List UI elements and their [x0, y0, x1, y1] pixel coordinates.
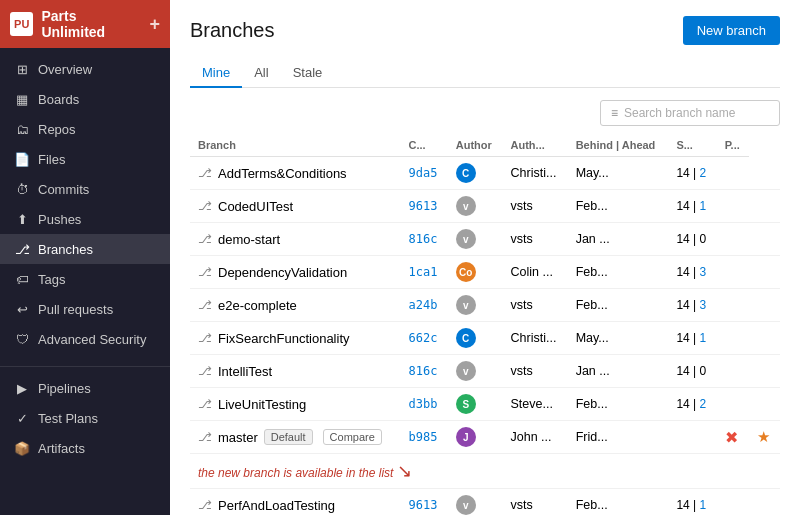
commit-link[interactable]: b985	[408, 430, 437, 444]
sidebar-item-commits[interactable]: ⏱ Commits	[0, 174, 170, 204]
author-cell: vsts	[503, 223, 568, 256]
main-content: Branches New branch MineAllStale ≡ Searc…	[170, 0, 800, 515]
branch-icon: ⎇	[198, 430, 212, 444]
sidebar-item-advanced-security[interactable]: 🛡 Advanced Security	[0, 324, 170, 354]
table-row: ⎇ AddTerms&Conditions 9da5CChristi...May…	[190, 157, 780, 190]
sidebar-item-boards[interactable]: ▦ Boards	[0, 84, 170, 114]
tab-mine[interactable]: Mine	[190, 59, 242, 88]
behind-ahead-text: 14 | 3	[676, 298, 706, 312]
author-avatar-cell: v	[448, 489, 503, 516]
ahead-link[interactable]: 3	[700, 265, 707, 279]
annotation-text: the new branch is available in the list	[198, 466, 393, 480]
branch-icon: ⎇	[198, 166, 212, 180]
date-cell: Feb...	[568, 388, 669, 421]
behind-ahead-text: 14 | 3	[676, 265, 706, 279]
behind-ahead-cell: 14 | 3	[668, 256, 716, 289]
author-avatar-cell: C	[448, 157, 503, 190]
advanced-security-icon: 🛡	[14, 331, 30, 347]
pr-cell	[749, 256, 780, 289]
ahead-link[interactable]: 1	[700, 331, 707, 345]
commit-link[interactable]: a24b	[408, 298, 437, 312]
commit-link[interactable]: 9613	[408, 498, 437, 512]
commit-link[interactable]: 9613	[408, 199, 437, 213]
sidebar-item-branches[interactable]: ⎇ Branches	[0, 234, 170, 264]
star-icon[interactable]: ★	[757, 428, 770, 445]
ahead-link[interactable]: 1	[700, 498, 707, 512]
sidebar-item-pull-requests[interactable]: ↩ Pull requests	[0, 294, 170, 324]
date-cell: Frid...	[568, 421, 669, 454]
author-avatar-cell: v	[448, 190, 503, 223]
sidebar-item-artifacts[interactable]: 📦 Artifacts	[0, 433, 170, 463]
compare-badge[interactable]: Compare	[323, 429, 382, 445]
behind-ahead-text: 14 | 1	[676, 331, 706, 345]
author-avatar-cell: v	[448, 289, 503, 322]
ahead-link[interactable]: 1	[700, 199, 707, 213]
date-cell: Jan ...	[568, 355, 669, 388]
branch-icon: ⎇	[198, 298, 212, 312]
behind-ahead-cell: 14 | 1	[668, 489, 716, 516]
sidebar-item-pushes[interactable]: ⬆ Pushes	[0, 204, 170, 234]
repos-icon: 🗂	[14, 121, 30, 137]
commit-cell: 816c	[400, 355, 447, 388]
boards-icon: ▦	[14, 91, 30, 107]
sidebar-item-pipelines[interactable]: ▶ Pipelines	[0, 373, 170, 403]
commit-link[interactable]: 1ca1	[408, 265, 437, 279]
tab-all[interactable]: All	[242, 59, 280, 88]
table-row: ⎇ master Default Compare b985JJohn ...Fr…	[190, 421, 780, 454]
branch-name-text: AddTerms&Conditions	[218, 166, 347, 181]
toolbar: ≡ Search branch name	[190, 100, 780, 126]
sidebar-item-files[interactable]: 📄 Files	[0, 144, 170, 174]
behind-ahead-cell	[668, 421, 716, 454]
ahead-link[interactable]: 2	[700, 166, 707, 180]
author-cell: vsts	[503, 489, 568, 516]
table-row: ⎇ FixSearchFunctionality 662cCChristi...…	[190, 322, 780, 355]
pr-cell	[749, 157, 780, 190]
behind-ahead-text: 14 | 2	[676, 397, 706, 411]
pushes-icon: ⬆	[14, 211, 30, 227]
pr-cell	[749, 289, 780, 322]
add-button[interactable]: +	[149, 14, 160, 35]
status-cell	[717, 190, 750, 223]
branch-name-text: demo-start	[218, 232, 280, 247]
commit-link[interactable]: 816c	[408, 364, 437, 378]
status-cell	[717, 157, 750, 190]
commit-link[interactable]: 9da5	[408, 166, 437, 180]
table-row: ⎇ demo-start 816cvvstsJan ...14 | 0	[190, 223, 780, 256]
commit-cell: a24b	[400, 289, 447, 322]
col-header-author: Author	[448, 134, 503, 157]
branch-name-cell: ⎇ AddTerms&Conditions	[190, 157, 400, 190]
commits-icon: ⏱	[14, 181, 30, 197]
branch-name-cell: ⎇ PerfAndLoadTesting	[190, 489, 400, 516]
tab-stale[interactable]: Stale	[281, 59, 335, 88]
behind-ahead-cell: 14 | 1	[668, 322, 716, 355]
files-icon: 📄	[14, 151, 30, 167]
date-cell: May...	[568, 322, 669, 355]
sidebar-item-overview[interactable]: ⊞ Overview	[0, 54, 170, 84]
commit-link[interactable]: 816c	[408, 232, 437, 246]
ahead-link[interactable]: 3	[700, 298, 707, 312]
commit-cell: 1ca1	[400, 256, 447, 289]
search-branch-input[interactable]: ≡ Search branch name	[600, 100, 780, 126]
sidebar-label-repos: Repos	[38, 122, 76, 137]
author-avatar: S	[456, 394, 476, 414]
sidebar-item-tags[interactable]: 🏷 Tags	[0, 264, 170, 294]
sidebar-label-artifacts: Artifacts	[38, 441, 85, 456]
artifacts-icon: 📦	[14, 440, 30, 456]
status-cell	[717, 223, 750, 256]
delete-icon[interactable]: ✖	[725, 429, 738, 446]
commit-link[interactable]: d3bb	[408, 397, 437, 411]
behind-ahead-cell: 14 | 0	[668, 223, 716, 256]
new-branch-button[interactable]: New branch	[683, 16, 780, 45]
commit-link[interactable]: 662c	[408, 331, 437, 345]
sidebar-label-overview: Overview	[38, 62, 92, 77]
branch-name-text: LiveUnitTesting	[218, 397, 306, 412]
status-cell	[717, 289, 750, 322]
sidebar-item-repos[interactable]: 🗂 Repos	[0, 114, 170, 144]
author-avatar-cell: S	[448, 388, 503, 421]
commit-cell: 816c	[400, 223, 447, 256]
commit-cell: 9da5	[400, 157, 447, 190]
sidebar-item-test-plans[interactable]: ✓ Test Plans	[0, 403, 170, 433]
ahead-link[interactable]: 2	[700, 397, 707, 411]
sidebar-label-test-plans: Test Plans	[38, 411, 98, 426]
page-header: Branches New branch	[190, 16, 780, 45]
